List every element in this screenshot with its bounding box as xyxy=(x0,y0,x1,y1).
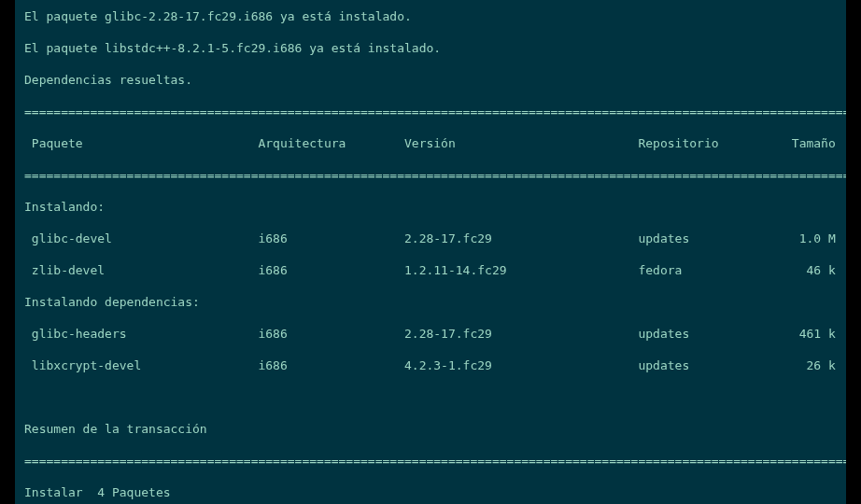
term-line: ========================================… xyxy=(24,453,837,469)
transaction-summary-heading: Resumen de la transacción xyxy=(24,421,837,437)
table-header-row: Paquete Arquitectura Versión Repositorio… xyxy=(24,135,837,151)
table-row: glibc-headers i686 2.28-17.fc29 updates … xyxy=(24,326,837,342)
term-line: ========================================… xyxy=(24,104,837,119)
section-installing: Instalando: xyxy=(24,199,837,215)
term-line: Dependencias resueltas. xyxy=(24,72,837,88)
term-line: El paquete libstdc++-8.2.1-5.fc29.i686 y… xyxy=(24,40,837,56)
table-row: libxcrypt-devel i686 4.2.3-1.fc29 update… xyxy=(24,357,837,373)
terminal-output[interactable]: [sudo] password for angel: Sorry, try ag… xyxy=(15,0,846,504)
section-installing-deps: Instalando dependencias: xyxy=(24,294,837,310)
install-count: Instalar 4 Paquetes xyxy=(24,484,837,500)
konsole-window: angel : sudo yum — Konsole Archivo Edita… xyxy=(15,0,846,504)
term-line: El paquete glibc-2.28-17.fc29.i686 ya es… xyxy=(24,8,837,24)
term-line xyxy=(24,389,837,405)
table-row: glibc-devel i686 2.28-17.fc29 updates 1.… xyxy=(24,231,837,246)
table-row: zlib-devel i686 1.2.11-14.fc29 fedora 46… xyxy=(24,262,837,278)
term-line: ========================================… xyxy=(24,167,837,183)
